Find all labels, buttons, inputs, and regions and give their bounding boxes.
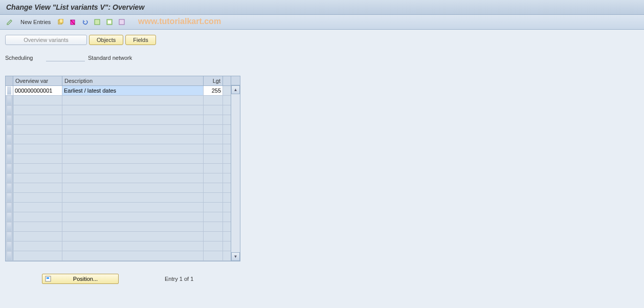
table-row[interactable]	[6, 203, 231, 212]
table-row[interactable]	[6, 135, 231, 144]
cell-description[interactable]	[62, 222, 204, 231]
cell-description[interactable]	[62, 203, 204, 212]
table-row[interactable]	[6, 222, 231, 232]
cell-description[interactable]	[62, 251, 204, 260]
row-selector[interactable]	[6, 154, 13, 163]
cell-lgt[interactable]: 255	[204, 86, 223, 95]
cell-overview-var[interactable]	[13, 105, 62, 115]
cell-description[interactable]	[62, 96, 204, 105]
scheduling-input[interactable]	[46, 54, 85, 61]
cell-overview-var[interactable]	[13, 125, 62, 134]
cell-description[interactable]	[62, 193, 204, 202]
cell-lgt[interactable]	[204, 96, 223, 105]
cell-lgt[interactable]	[204, 212, 223, 222]
cell-overview-var[interactable]	[13, 212, 62, 222]
select-all-header[interactable]	[6, 76, 13, 85]
cell-description[interactable]	[62, 164, 204, 173]
cell-description[interactable]	[62, 173, 204, 183]
cell-lgt[interactable]	[204, 105, 223, 115]
position-button[interactable]: Position...	[42, 274, 119, 284]
cell-description[interactable]	[62, 154, 204, 163]
cell-description[interactable]	[62, 135, 204, 144]
delete-icon[interactable]	[67, 17, 78, 27]
col-header-overview-var[interactable]: Overview var	[13, 76, 62, 85]
cell-overview-var[interactable]	[13, 144, 62, 153]
table-row[interactable]	[6, 193, 231, 203]
cell-description[interactable]	[62, 115, 204, 124]
table-row[interactable]: 000000000001Earliest / latest dates255	[6, 86, 231, 96]
table-row[interactable]	[6, 251, 231, 261]
table-row[interactable]	[6, 164, 231, 173]
cell-description[interactable]	[62, 183, 204, 192]
row-selector[interactable]	[6, 105, 13, 115]
cell-lgt[interactable]	[204, 203, 223, 212]
deselect-all-icon[interactable]	[116, 17, 127, 27]
cell-overview-var[interactable]: 000000000001	[13, 86, 62, 95]
cell-lgt[interactable]	[204, 125, 223, 134]
cell-description[interactable]	[62, 105, 204, 115]
cell-description[interactable]	[62, 212, 204, 222]
vertical-scrollbar[interactable]: ▲ ▼	[231, 76, 240, 261]
cell-lgt[interactable]	[204, 241, 223, 251]
cell-lgt[interactable]	[204, 251, 223, 260]
table-row[interactable]	[6, 232, 231, 241]
row-selector[interactable]	[6, 144, 13, 153]
cell-overview-var[interactable]	[13, 222, 62, 231]
copy-icon[interactable]	[55, 17, 66, 27]
table-row[interactable]	[6, 125, 231, 135]
cell-lgt[interactable]	[204, 232, 223, 241]
cell-overview-var[interactable]	[13, 241, 62, 251]
cell-description[interactable]: Earliest / latest dates	[62, 86, 204, 95]
cell-description[interactable]	[62, 144, 204, 153]
row-selector[interactable]	[6, 125, 13, 134]
scroll-track[interactable]	[231, 94, 240, 252]
col-header-description[interactable]: Description	[62, 76, 204, 85]
table-row[interactable]	[6, 115, 231, 125]
cell-overview-var[interactable]	[13, 173, 62, 183]
row-selector[interactable]	[6, 222, 13, 231]
row-selector[interactable]	[6, 251, 13, 260]
tab-overview-variants[interactable]: Overview variants	[5, 35, 87, 45]
cell-description[interactable]	[62, 232, 204, 241]
row-selector[interactable]	[6, 232, 13, 241]
table-row[interactable]	[6, 173, 231, 183]
tab-fields[interactable]: Fields	[125, 35, 156, 45]
cell-overview-var[interactable]	[13, 115, 62, 124]
cell-lgt[interactable]	[204, 164, 223, 173]
cell-overview-var[interactable]	[13, 232, 62, 241]
cell-lgt[interactable]	[204, 144, 223, 153]
cell-lgt[interactable]	[204, 183, 223, 192]
cell-lgt[interactable]	[204, 222, 223, 231]
new-entries-button[interactable]: New Entries	[17, 18, 54, 26]
cell-overview-var[interactable]	[13, 96, 62, 105]
cell-lgt[interactable]	[204, 193, 223, 202]
cell-lgt[interactable]	[204, 154, 223, 163]
cell-overview-var[interactable]	[13, 183, 62, 192]
row-selector[interactable]	[6, 193, 13, 202]
table-row[interactable]	[6, 96, 231, 105]
table-row[interactable]	[6, 212, 231, 222]
row-selector[interactable]	[6, 135, 13, 144]
cell-lgt[interactable]	[204, 135, 223, 144]
row-selector[interactable]	[6, 86, 13, 95]
table-row[interactable]	[6, 144, 231, 154]
cell-overview-var[interactable]	[13, 193, 62, 202]
row-selector[interactable]	[6, 164, 13, 173]
pencil-icon[interactable]	[4, 17, 15, 27]
table-row[interactable]	[6, 183, 231, 193]
cell-overview-var[interactable]	[13, 203, 62, 212]
table-row[interactable]	[6, 154, 231, 164]
tab-objects[interactable]: Objects	[89, 35, 123, 45]
cell-lgt[interactable]	[204, 173, 223, 183]
table-row[interactable]	[6, 241, 231, 251]
table-row[interactable]	[6, 105, 231, 115]
row-selector[interactable]	[6, 183, 13, 192]
scroll-up-icon[interactable]: ▲	[231, 85, 240, 94]
row-selector[interactable]	[6, 115, 13, 124]
cell-description[interactable]	[62, 125, 204, 134]
row-selector[interactable]	[6, 96, 13, 105]
cell-overview-var[interactable]	[13, 251, 62, 260]
cell-description[interactable]	[62, 241, 204, 251]
row-selector[interactable]	[6, 173, 13, 183]
cell-overview-var[interactable]	[13, 135, 62, 144]
